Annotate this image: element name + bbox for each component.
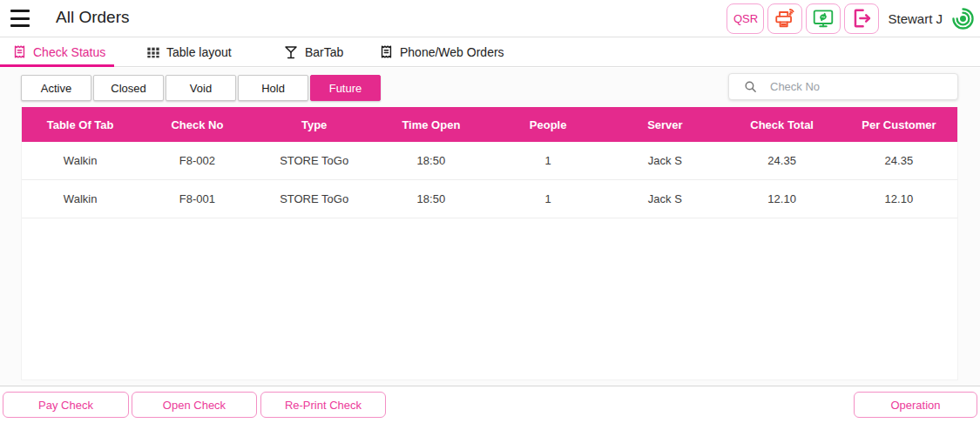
cell-check-no: F8-002 xyxy=(139,142,255,179)
app-header: All Orders QSR xyxy=(0,0,980,37)
reprint-check-button[interactable]: Re-Print Check xyxy=(260,392,386,418)
active-tab-underline xyxy=(0,64,114,67)
cell-type: STORE ToGo xyxy=(256,142,373,179)
tab-bar: Check Status Table layout BarTab xyxy=(0,37,980,67)
filter-closed[interactable]: Closed xyxy=(93,75,164,101)
check-no-search-input[interactable] xyxy=(770,80,949,93)
print-button[interactable] xyxy=(767,3,802,34)
all-orders-screen: All Orders QSR xyxy=(0,0,980,423)
receipt-icon xyxy=(379,44,394,59)
tab-label: BarTab xyxy=(305,45,343,59)
filter-active[interactable]: Active xyxy=(21,75,91,101)
cell-check-total: 24.35 xyxy=(724,142,841,179)
logout-icon xyxy=(850,7,873,30)
col-time-open: Time Open xyxy=(373,107,490,142)
cell-server: Jack S xyxy=(606,142,723,179)
tab-label: Table layout xyxy=(166,45,232,59)
qsr-button[interactable]: QSR xyxy=(727,3,764,34)
cell-people: 1 xyxy=(490,142,606,179)
connection-status-icon xyxy=(951,7,975,30)
martini-glass-icon xyxy=(283,44,299,60)
tab-check-status[interactable]: Check Status xyxy=(12,37,105,66)
pay-check-button[interactable]: Pay Check xyxy=(3,392,129,418)
cell-per-customer: 24.35 xyxy=(841,142,957,179)
cell-time-open: 18:50 xyxy=(373,180,490,218)
wireless-printer-icon xyxy=(774,7,796,30)
header-actions: QSR xyxy=(727,3,977,34)
cell-table-of-tab: Walkin xyxy=(22,142,139,179)
page-title: All Orders xyxy=(56,8,129,27)
col-table-of-tab: Table Of Tab xyxy=(22,107,139,142)
grid-icon xyxy=(146,45,160,59)
cell-table-of-tab: Walkin xyxy=(22,180,139,218)
cell-per-customer: 12.10 xyxy=(841,180,957,218)
tab-label: Phone/Web Orders xyxy=(400,45,504,59)
receipt-icon xyxy=(12,44,27,59)
table-row[interactable]: Walkin F8-001 STORE ToGo 18:50 1 Jack S … xyxy=(22,180,957,218)
user-name[interactable]: Stewart J xyxy=(888,11,943,26)
col-type: Type xyxy=(256,107,373,142)
cell-type: STORE ToGo xyxy=(256,180,373,218)
check-search-box xyxy=(728,73,958,100)
col-check-no: Check No xyxy=(139,107,255,142)
operation-button[interactable]: Operation xyxy=(854,392,977,418)
tab-bartab[interactable]: BarTab xyxy=(283,37,343,66)
customer-display-button[interactable] xyxy=(806,3,841,34)
cell-server: Jack S xyxy=(606,180,723,218)
col-per-customer: Per Customer xyxy=(841,107,957,142)
orders-table-header: Table Of Tab Check No Type Time Open Peo… xyxy=(22,107,957,142)
display-sync-icon xyxy=(812,7,835,30)
filter-future[interactable]: Future xyxy=(310,75,381,101)
hamburger-menu-icon[interactable] xyxy=(10,10,31,27)
footer-action-bar: Pay Check Open Check Re-Print Check Oper… xyxy=(0,386,980,423)
tab-table-layout[interactable]: Table layout xyxy=(146,37,232,66)
col-people: People xyxy=(490,107,606,142)
orders-table: Table Of Tab Check No Type Time Open Peo… xyxy=(21,107,958,380)
tab-label: Check Status xyxy=(33,45,105,59)
open-check-button[interactable]: Open Check xyxy=(132,392,257,418)
col-check-total: Check Total xyxy=(724,107,841,142)
col-server: Server xyxy=(606,107,723,142)
cell-time-open: 18:50 xyxy=(373,142,490,179)
filter-hold[interactable]: Hold xyxy=(238,75,308,101)
cell-check-total: 12.10 xyxy=(724,180,841,218)
table-row[interactable]: Walkin F8-002 STORE ToGo 18:50 1 Jack S … xyxy=(22,142,957,180)
logout-button[interactable] xyxy=(844,3,879,34)
filter-void[interactable]: Void xyxy=(166,75,236,101)
content-area: Active Closed Void Hold Future Table Of … xyxy=(0,68,980,386)
search-icon xyxy=(743,79,758,94)
tab-phone-web-orders[interactable]: Phone/Web Orders xyxy=(379,37,504,66)
cell-people: 1 xyxy=(490,180,606,218)
cell-check-no: F8-001 xyxy=(139,180,255,218)
